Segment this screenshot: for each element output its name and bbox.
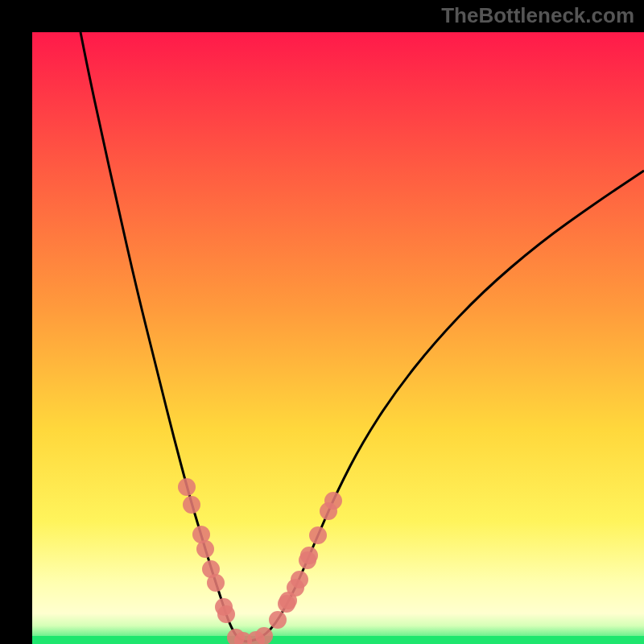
gradient-background xyxy=(32,32,644,644)
data-marker xyxy=(178,478,196,496)
chart-container: TheBottleneck.com xyxy=(0,0,644,644)
data-marker xyxy=(309,526,327,544)
chart-svg xyxy=(32,32,644,644)
data-marker xyxy=(291,571,308,588)
data-marker xyxy=(217,605,235,623)
data-marker xyxy=(269,611,287,629)
data-marker xyxy=(324,492,342,510)
green-bar xyxy=(32,636,644,644)
plot-area xyxy=(32,32,644,644)
watermark-label: TheBottleneck.com xyxy=(441,3,634,28)
data-marker xyxy=(255,627,273,644)
data-marker xyxy=(300,547,318,564)
data-marker xyxy=(183,496,200,514)
data-marker xyxy=(196,540,214,558)
data-marker xyxy=(207,574,225,592)
